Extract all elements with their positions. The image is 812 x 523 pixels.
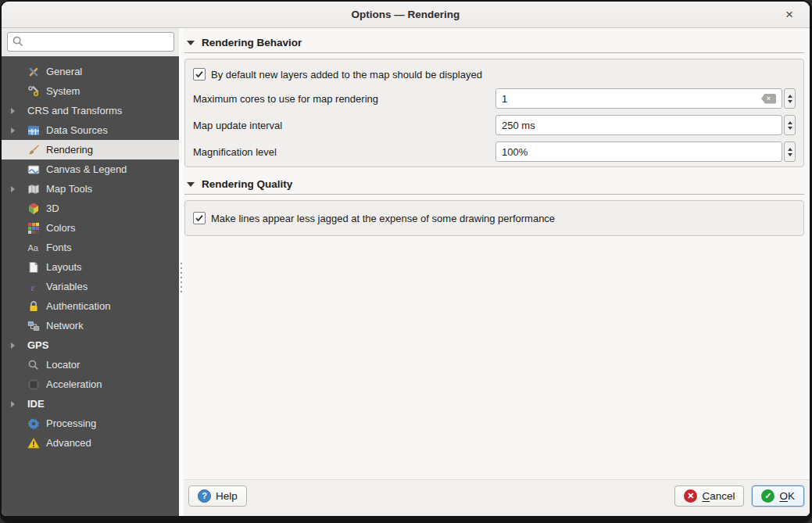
sidebar-item-general[interactable]: General xyxy=(2,62,179,81)
sidebar-item-gps[interactable]: GPS xyxy=(2,335,179,355)
section-title: Rendering Behavior xyxy=(202,37,302,48)
lock-icon xyxy=(27,300,40,313)
sidebar-item-processing[interactable]: Processing xyxy=(2,414,179,433)
magnification-level-spinbox[interactable]: 100% xyxy=(495,141,796,162)
dialog-footer: ? Help ✕ Cancel ✓ OK xyxy=(184,480,810,516)
expand-arrow-icon[interactable] xyxy=(11,401,15,407)
main-panel: Rendering Behavior By default new layers… xyxy=(184,28,810,516)
cube-3d-icon xyxy=(27,202,40,215)
magnification-level-label: Magnification level xyxy=(193,146,488,158)
max-cores-label: Maximum cores to use for map rendering xyxy=(193,93,488,105)
sidebar-item-colors[interactable]: Colors xyxy=(2,218,179,238)
svg-text:Aa: Aa xyxy=(28,243,39,253)
options-dialog: Options — Rendering × GeneralSystemCRS a… xyxy=(2,2,810,516)
window-frame: Options — Rendering × GeneralSystemCRS a… xyxy=(0,0,812,523)
map-update-interval-value[interactable]: 250 ms xyxy=(502,120,776,131)
window-title: Options — Rendering xyxy=(352,9,460,20)
fonts-icon: Aa xyxy=(27,242,40,254)
sidebar-item-map-tools[interactable]: Map Tools xyxy=(2,179,179,199)
search-input[interactable] xyxy=(7,32,174,52)
expand-arrow-icon[interactable] xyxy=(11,108,15,114)
section-rendering-behavior[interactable]: Rendering Behavior xyxy=(184,32,804,53)
sidebar-item-locator[interactable]: Locator xyxy=(2,355,179,374)
help-icon: ? xyxy=(198,489,211,503)
panel-splitter[interactable] xyxy=(179,28,184,516)
magnification-level-value[interactable]: 100% xyxy=(502,146,776,158)
advanced-icon xyxy=(27,437,40,450)
map-update-interval-label: Map update interval xyxy=(193,120,488,131)
search-icon xyxy=(12,35,24,48)
colors-icon xyxy=(27,222,40,235)
antialiasing-checkbox[interactable] xyxy=(193,212,206,224)
locator-icon xyxy=(27,359,40,371)
ok-button[interactable]: ✓ OK xyxy=(752,485,804,507)
sidebar-item-3d[interactable]: 3D xyxy=(2,199,179,218)
titlebar[interactable]: Options — Rendering × xyxy=(2,2,810,28)
map-update-interval-spinbox[interactable]: 250 ms xyxy=(495,115,796,135)
cancel-button[interactable]: ✕ Cancel xyxy=(674,485,744,507)
spin-down-icon[interactable] xyxy=(788,127,792,130)
section-rendering-quality[interactable]: Rendering Quality xyxy=(184,174,804,195)
processing-icon xyxy=(27,417,40,430)
spin-up-icon[interactable] xyxy=(788,148,792,151)
spin-buttons[interactable] xyxy=(784,88,796,109)
ok-icon: ✓ xyxy=(761,489,774,503)
rendering-icon xyxy=(27,144,40,156)
sidebar-item-authentication[interactable]: Authentication xyxy=(2,296,179,316)
max-cores-value[interactable]: 1 xyxy=(502,93,761,105)
acceleration-icon xyxy=(27,378,40,391)
sidebar: GeneralSystemCRS and TransformsData Sour… xyxy=(2,28,179,516)
sidebar-item-ide[interactable]: IDE xyxy=(2,394,179,414)
sidebar-item-fonts[interactable]: AaFonts xyxy=(2,238,179,257)
close-icon[interactable]: × xyxy=(780,2,799,28)
sidebar-item-advanced[interactable]: Advanced xyxy=(2,433,179,453)
expand-arrow-icon[interactable] xyxy=(11,342,15,349)
canvas-legend-icon xyxy=(27,163,40,176)
sidebar-item-data-sources[interactable]: Data Sources xyxy=(2,120,179,140)
expand-arrow-icon[interactable] xyxy=(11,127,15,134)
system-icon xyxy=(27,85,40,98)
sidebar-item-network[interactable]: Network xyxy=(2,316,179,335)
network-icon xyxy=(27,320,40,332)
sidebar-item-canvas-legend[interactable]: Canvas & Legend xyxy=(2,159,179,179)
sidebar-item-variables[interactable]: εVariables xyxy=(2,277,179,296)
general-icon xyxy=(27,66,40,78)
svg-text:ε: ε xyxy=(31,281,36,292)
layouts-icon xyxy=(27,261,40,274)
rendering-quality-group: Make lines appear less jagged at the exp… xyxy=(184,200,804,236)
spin-up-icon[interactable] xyxy=(788,121,792,124)
data-sources-icon xyxy=(27,124,40,137)
spin-buttons[interactable] xyxy=(784,141,796,162)
checkbox-label: Make lines appear less jagged at the exp… xyxy=(211,213,555,224)
spin-buttons[interactable] xyxy=(784,115,796,135)
spin-down-icon[interactable] xyxy=(788,100,792,103)
checkbox-label: By default new layers added to the map s… xyxy=(211,69,482,81)
collapse-caret-icon[interactable] xyxy=(187,182,195,187)
sidebar-item-system[interactable]: System xyxy=(2,81,179,101)
section-title: Rendering Quality xyxy=(202,178,292,190)
settings-nav-list: GeneralSystemCRS and TransformsData Sour… xyxy=(2,56,179,516)
sidebar-item-crs-and-transforms[interactable]: CRS and Transforms xyxy=(2,101,179,120)
map-tools-icon xyxy=(27,183,40,195)
variables-icon: ε xyxy=(27,281,40,293)
cancel-icon: ✕ xyxy=(684,489,697,503)
collapse-caret-icon[interactable] xyxy=(187,41,195,45)
settings-content: Rendering Behavior By default new layers… xyxy=(184,28,810,480)
expand-arrow-icon[interactable] xyxy=(11,186,15,192)
sidebar-item-acceleration[interactable]: Acceleration xyxy=(2,374,179,394)
clear-field-icon[interactable]: × xyxy=(761,94,776,104)
sidebar-item-layouts[interactable]: Layouts xyxy=(2,257,179,277)
sidebar-item-rendering[interactable]: Rendering xyxy=(2,140,179,159)
search-area xyxy=(2,28,179,56)
max-cores-spinbox[interactable]: 1 × xyxy=(495,88,796,109)
spin-down-icon[interactable] xyxy=(788,153,792,156)
help-button[interactable]: ? Help xyxy=(188,485,247,507)
new-layers-displayed-checkbox[interactable] xyxy=(193,68,206,81)
rendering-behavior-group: By default new layers added to the map s… xyxy=(184,59,804,167)
spin-up-icon[interactable] xyxy=(788,95,792,98)
